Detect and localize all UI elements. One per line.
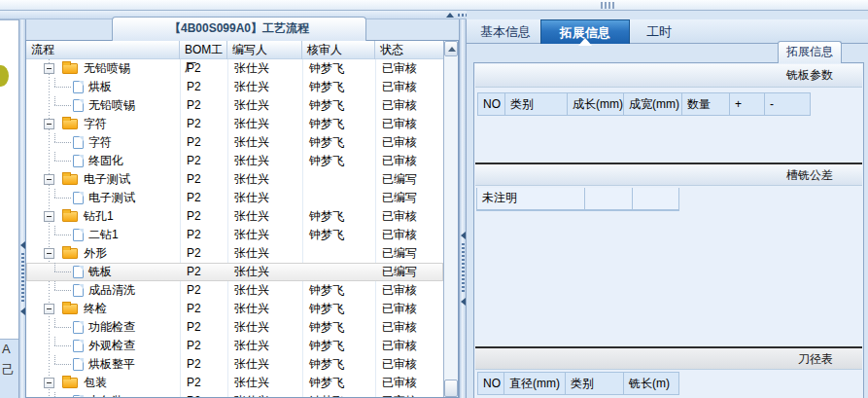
tree-item-label: 终检 [84, 300, 107, 318]
grid-column-header: + [730, 92, 765, 116]
tree-row[interactable]: 外形P2张仕兴已编写 [26, 244, 443, 263]
tree-row[interactable]: 烘板P2张仕兴钟梦飞已审核 [26, 78, 443, 96]
writer-cell: 张仕兴 [234, 189, 269, 207]
reviewer-cell: 钟梦飞 [309, 96, 344, 115]
grid-column-header: 直径(mm) [504, 372, 566, 395]
collapse-left-arrow-icon[interactable] [461, 232, 466, 239]
expand-toggle-icon[interactable] [44, 174, 54, 185]
column-header-flow[interactable]: 流程 [26, 41, 180, 59]
status-cell: 已审核 [382, 300, 417, 318]
writer-cell: 张仕兴 [234, 207, 269, 226]
tree-guide-line [54, 337, 55, 345]
expand-toggle-icon[interactable] [44, 248, 54, 259]
minus-glyph [47, 382, 52, 383]
expand-toggle-icon[interactable] [44, 211, 54, 222]
tolerance-minus-cell[interactable] [633, 188, 679, 210]
tab-basic-info[interactable]: 基本信息 [472, 19, 538, 44]
detail-panel: 基本信息 拓展信息 工时 拓展信息 铣板参数 NO类别成长(mm)成宽(mm)数… [467, 11, 868, 398]
tree-row[interactable]: 成品清洗P2张仕兴钟梦飞已审核 [26, 281, 443, 300]
folder-icon [62, 248, 78, 259]
tree-guide-line [54, 105, 71, 106]
writer-cell: 张仕兴 [234, 152, 269, 170]
tree-guide-line [54, 290, 71, 291]
tab-work-hours[interactable]: 工时 [634, 19, 684, 44]
extended-info-corner-tab[interactable]: 拓展信息 [778, 41, 842, 63]
tree-row[interactable]: 包装P2张仕兴钟梦飞已审核 [26, 374, 443, 392]
tree-row[interactable]: 功能检查P2张仕兴钟梦飞已审核 [26, 318, 443, 337]
bom-factory-cell: P2 [187, 133, 201, 152]
scrollbar-up-button[interactable] [444, 41, 458, 56]
writer-cell: 张仕兴 [234, 337, 269, 355]
tree-guide-line [54, 327, 71, 328]
process-flow-title-tab[interactable]: 【4B00S099A0】工艺流程 [112, 17, 366, 41]
tree-guide-line [54, 263, 55, 271]
tree-guide-line [54, 345, 71, 346]
tree-row[interactable]: 无铅喷锡P2张仕兴钟梦飞已审核 [26, 96, 443, 115]
writer-cell: 张仕兴 [234, 170, 269, 189]
tree-row[interactable]: 终固化P2张仕兴钟梦飞已审核 [26, 152, 443, 170]
section-header-slot-tolerance: 槽铣公差 [475, 163, 862, 186]
tree-row[interactable]: 钻孔1P2张仕兴钟梦飞已审核 [26, 207, 443, 226]
column-header-status[interactable]: 状态 [375, 41, 445, 59]
tree-row[interactable]: 烘板整平P2张仕兴钟梦飞已审核 [26, 355, 443, 374]
tolerance-plus-cell[interactable] [585, 188, 633, 210]
expand-toggle-icon[interactable] [44, 119, 54, 129]
bom-factory-cell: P2 [187, 300, 201, 318]
status-cell: 已审核 [382, 355, 417, 374]
reviewer-cell: 钟梦飞 [309, 133, 344, 152]
grid-column-header: 成长(mm) [568, 92, 624, 116]
tree-item-label: 成品清洗 [88, 281, 135, 300]
tree-row[interactable]: 铣板P2张仕兴已编写 [26, 263, 443, 281]
column-header-bom[interactable]: BOM工厂 [180, 41, 227, 59]
tree-row[interactable]: 字符P2张仕兴钟梦飞已审核 [26, 115, 443, 133]
grid-column-header: 类别 [566, 372, 624, 395]
scrollbar-thumb[interactable] [444, 380, 458, 397]
top-splitter-bar[interactable] [0, 0, 868, 11]
tree-row[interactable]: 内包装P2张仕兴钟梦飞已审核 [26, 392, 443, 397]
tree-body: 无铅喷锡P2张仕兴钟梦飞已审核烘板P2张仕兴钟梦飞已审核无铅喷锡P2张仕兴钟梦飞… [26, 59, 443, 397]
section-header-mill-params: 铣板参数 [475, 64, 862, 88]
status-cell: 已编写 [382, 189, 417, 207]
tree-row[interactable]: 二钻1P2张仕兴钟梦飞已审核 [26, 226, 443, 244]
reviewer-cell: 钟梦飞 [309, 300, 344, 318]
tree-row[interactable]: 终检P2张仕兴钟梦飞已审核 [26, 300, 443, 318]
tree-row[interactable]: 无铅喷锡P2张仕兴钟梦飞已审核 [26, 59, 443, 78]
folder-icon [62, 378, 78, 388]
tree-item-label: 二钻1 [88, 226, 119, 244]
active-tab-pointer-icon [578, 38, 592, 46]
tree-item-label: 电子测试 [88, 189, 135, 207]
column-header-writer[interactable]: 编写人 [227, 41, 302, 59]
tree-item-label: 钻孔1 [84, 207, 114, 226]
splitter-grip-icon [601, 2, 616, 9]
panel-splitter[interactable] [459, 19, 467, 398]
tree-row[interactable]: 电子测试P2张仕兴已编写 [26, 189, 443, 207]
status-cell: 已审核 [382, 133, 417, 152]
tree-guide-line [54, 96, 55, 105]
clipped-text: A [2, 342, 11, 356]
expand-toggle-icon[interactable] [44, 378, 54, 388]
tree-scrollbar[interactable] [443, 41, 458, 397]
tree-guide-line [54, 392, 55, 397]
document-icon [73, 229, 84, 241]
folder-icon [62, 211, 78, 222]
column-header-reviewer[interactable]: 核审人 [302, 41, 375, 59]
tree-row[interactable]: 电子测试P2张仕兴已编写 [26, 170, 443, 189]
writer-cell: 张仕兴 [234, 78, 269, 96]
status-cell: 已审核 [382, 374, 417, 392]
expand-toggle-icon[interactable] [44, 304, 54, 314]
reviewer-cell: 钟梦飞 [309, 281, 344, 300]
collapse-left-arrow-icon[interactable] [461, 298, 466, 306]
tree-guide-line [54, 364, 71, 365]
tree-guide-line [54, 226, 55, 235]
expand-toggle-icon[interactable] [44, 63, 54, 74]
writer-cell: 张仕兴 [234, 226, 269, 244]
tree-guide-line [54, 271, 71, 272]
tree-row[interactable]: 外观检查P2张仕兴钟梦飞已审核 [26, 337, 443, 355]
bom-factory-cell: P2 [187, 226, 201, 244]
reviewer-cell: 钟梦飞 [309, 78, 344, 96]
reviewer-cell: 钟梦飞 [309, 374, 344, 392]
document-icon [73, 192, 84, 204]
status-cell: 已审核 [382, 318, 417, 337]
tree-row[interactable]: 字符P2张仕兴钟梦飞已审核 [26, 133, 443, 152]
tree-item-label: 外形 [84, 244, 107, 263]
